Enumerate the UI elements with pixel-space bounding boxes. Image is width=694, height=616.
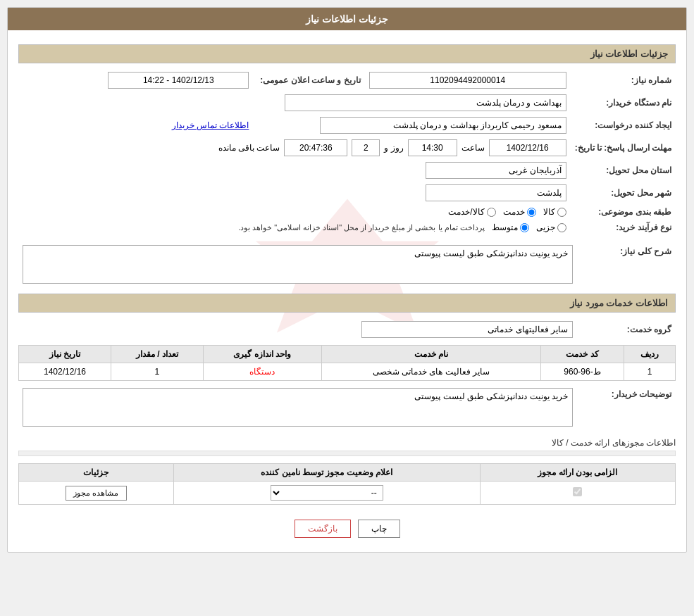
permit-status-cell: -- [173, 482, 480, 505]
category-khedmat-label: خدمت [503, 207, 525, 217]
city-label: شهر محل تحویل: [571, 182, 676, 204]
deadline-days: 2 [352, 139, 380, 156]
buyer-desc-value: خرید یونیت دندانپزشکی طبق لیست پیوستی [23, 388, 573, 427]
section3-title: اطلاعات خدمات مورد نیاز [18, 294, 676, 313]
purchase-jozi-radio[interactable] [557, 223, 566, 232]
permit-required-cell [480, 482, 675, 505]
cell-code: ط-96-960 [541, 363, 624, 381]
cell-unit: دستگاه [203, 363, 321, 381]
table-row: 1 ط-96-960 سایر فعالیت های خدماتی شخصی د… [19, 363, 676, 381]
purchase-motovaset-item[interactable]: متوسط [492, 222, 529, 232]
service-group-value: سایر فعالیتهای خدماتی [361, 321, 573, 338]
section2-title: شرح کلی نیاز: [620, 246, 671, 256]
announce-date-label: تاریخ و ساعت اعلان عمومی: [253, 69, 364, 92]
deadline-date: 1402/12/16 [489, 139, 566, 156]
category-kala-khedmat-label: کالا/خدمت [448, 207, 484, 217]
buyer-desc-label: توضیحات خریدار: [612, 389, 671, 399]
purchase-type-label: نوع فرآیند خرید: [571, 220, 676, 235]
city-value: پلدشت [426, 184, 566, 201]
deadline-days-label: روز و [384, 143, 403, 153]
footer-buttons: چاپ بازگشت [18, 509, 676, 545]
deadline-time: 14:30 [408, 139, 457, 156]
col-rownum: ردیف [624, 346, 675, 363]
buyer-org-value: بهداشت و درمان پلدشت [285, 94, 566, 111]
category-kala-khedmat-radio[interactable] [487, 208, 496, 217]
col-required: الزامی بودن ارائه مجوز [480, 464, 675, 482]
section2-description: خرید یونیت دندانپزشکی طبق لیست پیوستی [23, 245, 573, 284]
contact-link[interactable]: اطلاعات تماس خریدار [172, 120, 249, 130]
announce-date-value: 1402/12/13 - 14:22 [108, 72, 249, 89]
creator-label: ایجاد کننده درخواست: [571, 114, 676, 137]
col-unit: واحد اندازه گیری [203, 346, 321, 363]
permit-required-checkbox [573, 487, 582, 496]
category-radio-group: کالا خدمت کالا/خدمت [23, 207, 566, 217]
back-button[interactable]: بازگشت [295, 520, 351, 538]
col-details: جزئیات [19, 464, 174, 482]
category-label: طبقه بندی موضوعی: [571, 204, 676, 220]
col-date: تاریخ نیاز [19, 346, 111, 363]
cell-qty: 1 [111, 363, 203, 381]
section1-title: جزئیات اطلاعات نیاز [18, 44, 676, 63]
cell-rownum: 1 [624, 363, 675, 381]
permit-table: الزامی بودن ارائه مجوز اعلام وضعیت مجوز … [18, 463, 676, 505]
print-button[interactable]: چاپ [358, 520, 400, 538]
need-number-label: شماره نیاز: [571, 69, 676, 92]
cell-name: سایر فعالیت های خدماتی شخصی [321, 363, 541, 381]
deadline-remaining-label: ساعت باقی مانده [218, 143, 280, 153]
category-kala-item[interactable]: کالا [543, 207, 566, 217]
category-kala-radio[interactable] [557, 208, 566, 217]
purchase-motovaset-radio[interactable] [520, 223, 529, 232]
category-khedmat-radio[interactable] [527, 208, 536, 217]
category-khedmat-item[interactable]: خدمت [503, 207, 536, 217]
deadline-remaining: 20:47:36 [284, 139, 347, 156]
info-section1: شماره نیاز: 1102094492000014 تاریخ و ساع… [18, 69, 676, 235]
page-header: جزئیات اطلاعات نیاز [8, 8, 686, 30]
section4-title: اطلاعات مجوزهای ارائه خدمت / کالا [552, 438, 676, 448]
service-group-label: گروه خدمت: [577, 318, 676, 341]
category-kala-khedmat-item[interactable]: کالا/خدمت [448, 207, 495, 217]
permit-details-cell: مشاهده مجوز [19, 482, 174, 505]
cell-date: 1402/12/16 [19, 363, 111, 381]
deadline-label: مهلت ارسال پاسخ: تا تاریخ: [571, 137, 676, 159]
col-name: نام خدمت [321, 346, 541, 363]
need-number-value: 1102094492000014 [369, 72, 566, 89]
category-kala-label: کالا [543, 207, 555, 217]
purchase-motovaset-label: متوسط [492, 222, 518, 232]
view-permit-button[interactable]: مشاهده مجوز [66, 486, 126, 501]
purchase-jozi-item[interactable]: جزیی [536, 222, 566, 232]
col-status: اعلام وضعیت مجوز توسط نامین کننده [173, 464, 480, 482]
permit-row: -- مشاهده مجوز [19, 482, 676, 505]
permit-status-select[interactable]: -- [271, 485, 383, 501]
col-qty: تعداد / مقدار [111, 346, 203, 363]
purchase-note: پرداخت تمام یا بخشی از مبلغ خریدار از مح… [238, 223, 485, 232]
purchase-jozi-label: جزیی [536, 222, 555, 232]
creator-value: مسعود رحیمی کاربرداز بهداشت و درمان پلدش… [320, 117, 566, 134]
purchase-radio-group: جزیی متوسط [492, 222, 566, 232]
services-table: ردیف کد خدمت نام خدمت واحد اندازه گیری ت… [18, 345, 676, 381]
province-value: آذربایجان غربی [426, 162, 566, 179]
buyer-org-label: نام دستگاه خریدار: [571, 92, 676, 114]
col-code: کد خدمت [541, 346, 624, 363]
province-label: استان محل تحویل: [571, 159, 676, 182]
deadline-time-label: ساعت [461, 143, 485, 153]
page-title: جزئیات اطلاعات نیاز [306, 13, 388, 25]
